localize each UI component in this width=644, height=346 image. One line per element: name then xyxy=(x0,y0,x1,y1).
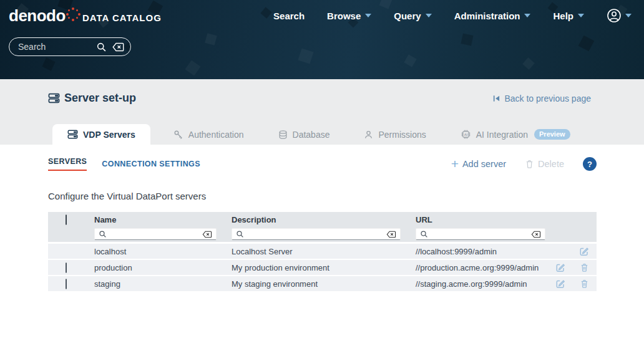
denodo-dots-icon xyxy=(66,7,80,22)
url-filter-input[interactable] xyxy=(431,230,528,239)
search-icon xyxy=(99,230,107,238)
clear-filter-icon[interactable] xyxy=(531,231,541,238)
nav-item-browse[interactable]: Browse xyxy=(327,11,371,21)
tab-permissions[interactable]: Permissions xyxy=(364,124,426,145)
server-description: Localhost Server xyxy=(225,247,409,256)
edit-icon[interactable] xyxy=(555,279,565,289)
page-title: Server set-up xyxy=(48,92,136,105)
delete-label: Delete xyxy=(538,159,564,169)
server-description: My production environment xyxy=(225,263,409,272)
nav-item-help[interactable]: Help xyxy=(553,11,584,21)
description-filter xyxy=(232,228,401,240)
global-search-input[interactable] xyxy=(18,42,96,52)
chevron-down-icon xyxy=(524,14,530,17)
server-description: My staging environment xyxy=(225,279,409,289)
servers-icon xyxy=(67,129,78,140)
preview-badge: Preview xyxy=(534,129,570,140)
url-filter xyxy=(416,228,545,240)
table-row-localhost: localhost Localhost Server //localhost:9… xyxy=(48,244,597,260)
server-url: //production.acme.org:9999/admin xyxy=(409,263,544,272)
subtab-connection-settings[interactable]: CONNECTION SETTINGS xyxy=(102,160,200,168)
section-heading: Configure the Virtual DataPort servers xyxy=(48,191,597,201)
clear-search-icon[interactable] xyxy=(112,42,124,52)
servers-toolbar: SERVERS CONNECTION SETTINGS + Add server xyxy=(48,155,597,173)
nav-item-administration[interactable]: Administration xyxy=(454,11,531,21)
name-filter-input[interactable] xyxy=(110,230,199,239)
delete-button[interactable]: Delete xyxy=(525,159,564,169)
clear-filter-icon[interactable] xyxy=(386,231,396,238)
skip-back-icon xyxy=(492,94,500,103)
tab-authentication[interactable]: Authentication xyxy=(173,124,244,145)
trash-icon xyxy=(525,159,534,169)
server-name: localhost xyxy=(88,247,225,256)
tab-label: VDP Servers xyxy=(83,130,135,140)
row-checkbox[interactable] xyxy=(66,262,67,273)
server-url: //staging.acme.org:9999/admin xyxy=(409,279,544,289)
nav-item-query[interactable]: Query xyxy=(394,11,431,21)
column-header-url: URL xyxy=(409,215,544,224)
tab-label: Permissions xyxy=(378,130,426,140)
add-server-button[interactable]: + Add server xyxy=(451,158,506,170)
servers-icon xyxy=(48,92,60,104)
subtab-servers[interactable]: SERVERS xyxy=(48,157,87,171)
product-name: DATA CATALOG xyxy=(82,12,162,23)
nav-label: Browse xyxy=(327,11,361,21)
delete-icon[interactable] xyxy=(580,279,589,289)
server-url: //localhost:9999/admin xyxy=(409,247,544,256)
delete-icon[interactable] xyxy=(580,262,589,272)
nav-label: Search xyxy=(273,11,305,21)
chevron-down-icon xyxy=(365,14,371,17)
edit-icon[interactable] xyxy=(579,246,589,256)
chevron-down-icon xyxy=(426,14,432,17)
tab-label: Authentication xyxy=(188,130,244,140)
tab-vdp-servers[interactable]: VDP Servers xyxy=(52,124,150,145)
denodo-logo[interactable]: denodo DATA CATALOG xyxy=(9,7,162,24)
page-header: Server set-up Back to previous page xyxy=(0,79,644,145)
table-row-production: production My production environment //p… xyxy=(48,260,597,276)
top-navigation: Search Browse Query Administration Help xyxy=(273,8,632,23)
main-content: SERVERS CONNECTION SETTINGS + Add server xyxy=(0,155,644,292)
plus-icon: + xyxy=(451,157,459,170)
global-search xyxy=(9,37,131,56)
chevron-down-icon xyxy=(578,14,584,17)
ai-chip-icon: AI xyxy=(461,129,471,140)
description-filter-input[interactable] xyxy=(247,230,383,239)
server-name: staging xyxy=(88,279,225,289)
back-link-text: Back to previous page xyxy=(504,94,591,103)
add-server-label: Add server xyxy=(462,159,506,169)
nav-item-search[interactable]: Search xyxy=(273,11,305,21)
name-filter xyxy=(94,228,217,240)
tab-ai-integration[interactable]: AI AI Integration Preview xyxy=(461,124,570,145)
tab-label: Database xyxy=(293,130,330,140)
back-to-previous-page-link[interactable]: Back to previous page xyxy=(492,94,591,103)
key-icon xyxy=(173,130,183,140)
user-menu[interactable] xyxy=(607,8,632,23)
column-header-name: Name xyxy=(88,215,225,224)
row-checkbox[interactable] xyxy=(66,279,67,289)
top-header: denodo DATA CATALOG Search Browse Query … xyxy=(0,0,644,79)
database-icon xyxy=(278,130,288,140)
logo-text: denodo xyxy=(9,7,66,24)
tab-database[interactable]: Database xyxy=(278,124,330,145)
user-avatar-icon xyxy=(607,8,622,23)
setup-tabs: VDP Servers Authentication xyxy=(0,124,644,145)
edit-icon[interactable] xyxy=(555,262,565,272)
svg-text:AI: AI xyxy=(464,133,468,137)
chevron-down-icon xyxy=(625,14,632,17)
table-header-row: Name Description URL xyxy=(48,212,597,228)
person-icon xyxy=(364,130,373,140)
search-icon[interactable] xyxy=(96,42,107,52)
table-filter-row xyxy=(48,228,597,244)
help-button[interactable]: ? xyxy=(583,157,597,171)
table-row-staging: staging My staging environment //staging… xyxy=(48,276,597,292)
page-title-text: Server set-up xyxy=(64,92,136,105)
server-setup-page: denodo DATA CATALOG Search Browse Query … xyxy=(0,0,644,346)
servers-table: Name Description URL xyxy=(48,212,597,292)
column-header-description: Description xyxy=(225,215,409,224)
select-all-checkbox[interactable] xyxy=(66,214,67,225)
nav-label: Query xyxy=(394,11,421,21)
nav-label: Help xyxy=(553,11,573,21)
clear-filter-icon[interactable] xyxy=(202,231,212,238)
server-name: production xyxy=(88,263,225,272)
tab-label: AI Integration xyxy=(476,130,528,140)
